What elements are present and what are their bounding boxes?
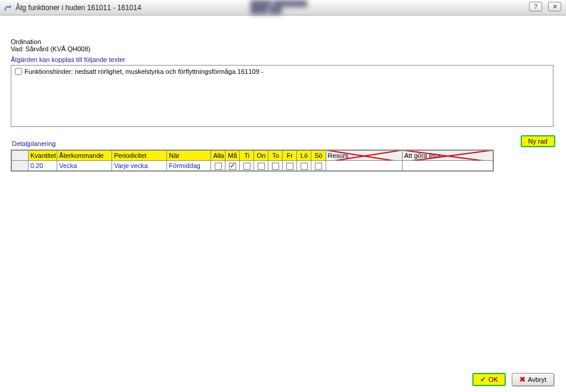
cell-so[interactable] xyxy=(311,161,326,171)
ok-button[interactable]: ✔ OK xyxy=(472,373,506,386)
col-on: On xyxy=(254,151,268,161)
col-periodicitet: Periodicitet xyxy=(112,151,167,161)
cell-lo[interactable] xyxy=(297,161,311,171)
row-handle-header xyxy=(12,151,29,161)
texter-listbox[interactable]: Funktionshinder: nedsatt rörlighet, musk… xyxy=(11,65,553,127)
col-attgora: Att göra lista xyxy=(402,151,493,161)
checkbox-alla[interactable] xyxy=(215,163,222,170)
avbryt-label: Avbryt xyxy=(528,376,546,383)
ny-rad-label: Ny rad xyxy=(528,138,548,145)
cell-fr[interactable] xyxy=(283,161,297,171)
app-icon xyxy=(4,4,12,12)
col-resurs: Resurs xyxy=(326,151,402,161)
texter-item-text: Funktionshinder: nedsatt rörlighet, musk… xyxy=(24,68,263,75)
window-title: Åtg funktioner i huden 161011 - 161014 xyxy=(16,4,141,12)
row-handle[interactable] xyxy=(12,161,29,171)
ok-label: OK xyxy=(488,376,498,383)
col-so: Sö xyxy=(311,151,326,161)
ordination-block: Ordination Vad: Sårvård (KVÅ QH008) xyxy=(11,38,555,52)
cell-alla[interactable] xyxy=(211,161,225,171)
check-icon: ✔ xyxy=(480,375,486,384)
texter-checkbox[interactable] xyxy=(15,68,22,75)
col-lo: Lö xyxy=(297,151,311,161)
col-ti: Ti xyxy=(240,151,254,161)
cell-kvantitet[interactable]: 0.20 xyxy=(29,161,57,171)
x-icon: ✖ xyxy=(519,375,525,384)
cell-nar[interactable]: Förmiddag xyxy=(167,161,211,171)
col-ma: Må xyxy=(225,151,240,161)
cell-on[interactable] xyxy=(254,161,268,171)
cell-resurs[interactable] xyxy=(326,161,402,171)
cell-to[interactable] xyxy=(268,161,283,171)
cell-periodicitet[interactable]: Varje vecka xyxy=(112,161,167,171)
ordination-vad: Vad: Sårvård (KVÅ QH008) xyxy=(11,45,555,52)
checkbox-to[interactable] xyxy=(272,163,279,170)
avbryt-button[interactable]: ✖ Avbryt xyxy=(512,373,554,386)
detalj-table: Kvantitet Återkommande Periodicitet När … xyxy=(11,150,494,172)
col-kvantitet: Kvantitet xyxy=(29,151,57,161)
titlebar: Åtg funktioner i huden 161011 - 161014 █… xyxy=(0,0,566,15)
checkbox-ma[interactable] xyxy=(229,163,236,170)
col-aterkommande: Återkommande xyxy=(57,151,112,161)
cell-ti[interactable] xyxy=(240,161,254,171)
detaljplanering-label: Detaljplanering xyxy=(11,140,57,147)
texter-section-label: Åtgärden kan kopplas till följande texte… xyxy=(11,56,555,63)
cell-attgora[interactable] xyxy=(402,161,493,171)
cell-ma[interactable] xyxy=(225,161,240,171)
col-attgora-text: Att göra lista xyxy=(404,152,441,159)
help-button[interactable]: ? xyxy=(529,2,542,11)
checkbox-on[interactable] xyxy=(258,163,265,170)
cell-aterkommande[interactable]: Vecka xyxy=(57,161,112,171)
texter-item[interactable]: Funktionshinder: nedsatt rörlighet, musk… xyxy=(15,68,549,75)
checkbox-fr[interactable] xyxy=(286,163,293,170)
table-header-row: Kvantitet Återkommande Periodicitet När … xyxy=(12,151,493,161)
table-row[interactable]: 0.20 Vecka Varje vecka Förmiddag xyxy=(12,161,493,171)
col-fr: Fr xyxy=(283,151,297,161)
col-resurs-text: Resurs xyxy=(328,152,349,159)
checkbox-lo[interactable] xyxy=(301,163,308,170)
checkbox-so[interactable] xyxy=(315,163,322,170)
ordination-label: Ordination xyxy=(11,38,555,45)
col-alla: Alla xyxy=(211,151,225,161)
checkbox-ti[interactable] xyxy=(243,163,250,170)
close-button[interactable]: ✕ xyxy=(548,2,561,11)
col-nar: När xyxy=(167,151,211,161)
ny-rad-button[interactable]: Ny rad xyxy=(521,135,555,147)
col-to: To xyxy=(268,151,283,161)
blurred-area: █████ ████████████ ███ xyxy=(250,0,364,14)
